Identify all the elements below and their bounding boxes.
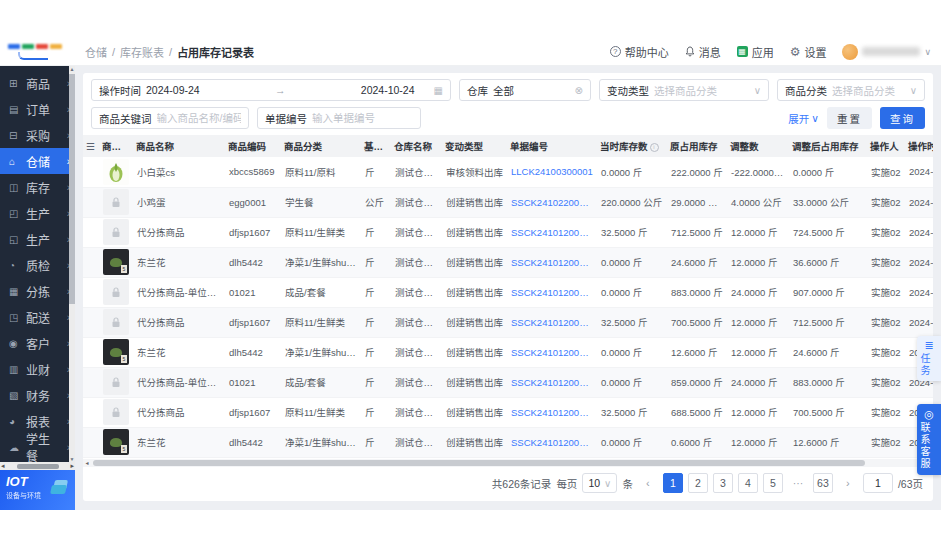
cell-doc_no[interactable]: SSCK24101200002 [507, 367, 597, 397]
sidebar-item-production-2[interactable]: ◱生产› [0, 226, 75, 252]
date-start-value[interactable]: 2024-09-24 [146, 84, 200, 96]
cell-doc_no[interactable]: SSCK24101200001 [507, 427, 597, 457]
scroll-left-icon[interactable]: ◂ [1, 462, 5, 470]
table-row[interactable]: 代分拣商品dfjsp1607原料11/生鲜类斤测试仓库5创建销售出库SSCK24… [83, 217, 933, 247]
table-row[interactable]: 5东兰花dlh5442净菜1/生鲜shu菜类..斤测试仓库5创建销售出库SSCK… [83, 337, 933, 367]
sidebar-item-student-meal[interactable]: ☁学生餐› [0, 434, 75, 460]
date-range-picker[interactable]: 操作时间 2024-09-24 → 2024-10-24 ▦ [91, 79, 451, 101]
tasks-widget[interactable]: ≣ 任务 [917, 336, 941, 381]
breadcrumb-item-ledger[interactable]: 库存账表 [120, 44, 164, 60]
apps-link[interactable]: ▦ 应用 [737, 44, 774, 60]
cell-unit: 公斤 [361, 187, 391, 217]
user-menu[interactable]: ∨ [842, 44, 931, 60]
sidebar-item-production-1[interactable]: ◰生产› [0, 200, 75, 226]
sidebar-item-purchase[interactable]: ⊟采购› [0, 122, 75, 148]
page-button-3[interactable]: 3 [713, 473, 733, 493]
table-horizontal-scrollbar[interactable]: ◂ [83, 459, 933, 467]
sidebar-item-finance[interactable]: ▧财务› [0, 382, 75, 408]
cell-name: 小鸡蛋 [133, 187, 225, 217]
sidebar-item-quality-check[interactable]: ◔质检› [0, 252, 75, 278]
prev-page-button[interactable]: ‹ [638, 473, 658, 493]
table-row[interactable]: 小白菜csxbccs5869原料11/原料斤测试仓库5审核领料出库LLCK241… [83, 157, 933, 187]
table-row[interactable]: 代分拣商品dfjsp1607原料11/生鲜类斤测试仓库5创建销售出库SSCK24… [83, 397, 933, 427]
page-jump-input[interactable] [863, 473, 893, 493]
cell-orig_occupied: 12.6000 斤 [667, 337, 727, 367]
cell-after_occupied: 883.0000 斤 [789, 367, 867, 397]
messages-link[interactable]: 消息 [685, 44, 721, 60]
cell-doc_no[interactable]: SSCK24101200002 [507, 337, 597, 367]
reset-button[interactable]: 重置 [827, 107, 872, 129]
per-page-select[interactable]: 10 ∨ [582, 473, 617, 493]
table-row[interactable]: 小鸡蛋egg0001学生餐公斤测试仓库5创建销售出库SSCK2410220000… [83, 187, 933, 217]
doc-number-input[interactable] [312, 112, 413, 124]
cell-after_occupied: 907.0000 斤 [789, 277, 867, 307]
column-settings-icon[interactable]: ☰ [86, 141, 95, 152]
table-row[interactable]: 5东兰花dlh5442净菜1/生鲜shu菜类..斤测试仓库5创建销售出库SSCK… [83, 247, 933, 277]
page-button-5[interactable]: 5 [763, 473, 783, 493]
help-center-link[interactable]: ? 帮助中心 [610, 44, 669, 60]
cell-doc_no[interactable]: SSCK24102200001 [507, 187, 597, 217]
sidebar-item-orders[interactable]: ▤订单› [0, 96, 75, 122]
filter-row-2: 商品关键词 单据编号 展开 ∨ 重置 查询 [91, 107, 925, 129]
breadcrumb-item-warehouse[interactable]: 仓储 [85, 44, 107, 60]
cell-name: 小白菜cs [133, 157, 225, 187]
scrollbar-thumb[interactable] [93, 460, 865, 466]
user-name-redacted [862, 47, 920, 56]
keyword-input[interactable] [157, 112, 242, 124]
contact-support-widget[interactable]: ◎ 联系客服 [917, 404, 941, 475]
change-type-select[interactable]: 变动类型 选择商品分类 ∨ [599, 79, 769, 101]
settings-link[interactable]: ⚙ 设置 [790, 44, 827, 60]
info-icon: i [650, 143, 659, 152]
page-button-4[interactable]: 4 [738, 473, 758, 493]
sidebar-item-warehouse[interactable]: ⌂仓储› [0, 148, 75, 174]
sidebar-item-products[interactable]: ⊞商品› [0, 70, 75, 96]
cell-unit: 斤 [361, 157, 391, 187]
page-button-2[interactable]: 2 [688, 473, 708, 493]
table-header-row: ☰商品图片商品名称商品编码商品分类基本单位仓库名称变动类型单据编号当时库存数i原… [83, 135, 933, 157]
table-row[interactable]: 代分拣商品-单位换算01021成品/套餐斤测试仓库5创建销售出库SSCK2410… [83, 367, 933, 397]
cell-orig_occupied: 712.5000 斤 [667, 217, 727, 247]
cell-doc_no[interactable]: SSCK24101200004 [507, 217, 597, 247]
next-page-button[interactable]: › [838, 473, 858, 493]
column-header-category: 商品分类 [281, 135, 361, 157]
sidebar-item-business-finance[interactable]: ▥业财› [0, 356, 75, 382]
page-button-63[interactable]: 63 [813, 473, 833, 493]
cell-sort [83, 247, 99, 277]
cell-unit: 斤 [361, 397, 391, 427]
page-button-1[interactable]: 1 [663, 473, 683, 493]
scroll-right-icon[interactable]: ▸ [70, 462, 74, 470]
cell-doc_no[interactable]: SSCK24101200003 [507, 247, 597, 277]
help-label: 帮助中心 [625, 44, 669, 60]
cell-orig_occupied: 859.0000 斤 [667, 367, 727, 397]
cell-doc_no[interactable]: SSCK24101200003 [507, 277, 597, 307]
sidebar-item-sorting[interactable]: ▦分拣› [0, 278, 75, 304]
cell-warehouse: 测试仓库5 [391, 157, 442, 187]
keyword-field[interactable]: 商品关键词 [91, 107, 249, 129]
sidebar-item-label: 仓储 [26, 153, 50, 170]
date-end-value[interactable]: 2024-10-24 [361, 84, 415, 96]
breadcrumb-item-current: 占用库存记录表 [177, 44, 254, 60]
cell-doc_no[interactable]: LLCK24100300001 [507, 157, 597, 187]
iot-banner[interactable]: IOT 设备与环境 [0, 470, 75, 510]
sidebar-item-customers[interactable]: ◉客户› [0, 330, 75, 356]
clear-icon[interactable]: ⊗ [575, 85, 583, 96]
table-row[interactable]: 代分拣商品dfjsp1607原料11/生鲜类斤测试仓库5创建销售出库SSCK24… [83, 307, 933, 337]
scrollbar-thumb[interactable] [17, 464, 59, 469]
table-row[interactable]: 代分拣商品-单位换算01021成品/套餐斤测试仓库5创建销售出库SSCK2410… [83, 277, 933, 307]
sidebar-item-delivery[interactable]: ◳配送› [0, 304, 75, 330]
doc-number-field[interactable]: 单据编号 [257, 107, 421, 129]
warehouse-select[interactable]: 仓库 全部 ⊗ [459, 79, 591, 101]
category-select[interactable]: 商品分类 选择商品分类 ∨ [777, 79, 925, 101]
product-photo-placeholder-lock-icon [103, 399, 129, 425]
sidebar-horizontal-scrollbar[interactable]: ◂ ▸ [0, 462, 75, 470]
expand-filters-link[interactable]: 展开 ∨ [788, 111, 819, 126]
scroll-left-icon[interactable]: ◂ [83, 459, 91, 467]
table-row[interactable]: 5东兰花dlh5442净菜1/生鲜shu菜类..斤测试仓库5创建销售出库SSCK… [83, 427, 933, 457]
gear-icon: ⚙ [790, 45, 801, 59]
sidebar-item-label: 财务 [26, 387, 50, 404]
sidebar-item-inventory[interactable]: ◫库存› [0, 174, 75, 200]
cell-doc_no[interactable]: SSCK24101200002 [507, 397, 597, 427]
product-photo-placeholder-lock-icon [103, 219, 129, 245]
search-button[interactable]: 查询 [880, 107, 925, 129]
cell-doc_no[interactable]: SSCK24101200003 [507, 307, 597, 337]
